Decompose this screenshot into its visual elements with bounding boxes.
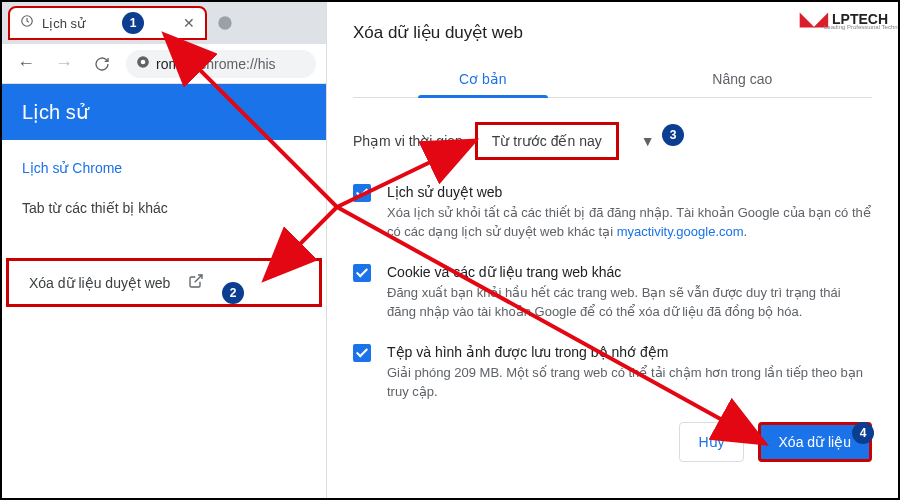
step-badge-3: 3 — [662, 124, 684, 146]
opt-history-title: Lịch sử duyệt web — [387, 182, 872, 202]
tab-strip: Lịch sử ✕ — [2, 2, 326, 44]
reload-button[interactable] — [88, 50, 116, 78]
new-tab-button[interactable] — [211, 9, 239, 37]
step-badge-2: 2 — [222, 282, 244, 304]
time-range-row: Phạm vi thời gian Từ trước đến nay ▼ — [353, 122, 872, 160]
chrome-icon — [136, 55, 150, 73]
close-tab-icon[interactable]: ✕ — [183, 15, 195, 31]
opt-cookies-title: Cookie và các dữ liệu trang web khác — [387, 262, 872, 282]
opt-cookies-desc: Đăng xuất bạn khỏi hầu hết các trang web… — [387, 285, 841, 319]
logo-subtitle: Leading Professional Technology — [824, 24, 900, 30]
dialog-tabs: Cơ bản Nâng cao — [353, 61, 872, 98]
dialog-title: Xóa dữ liệu duyệt web — [353, 22, 872, 43]
url-text: rome | chrome://his — [156, 56, 276, 72]
address-bar[interactable]: rome | chrome://his — [126, 50, 316, 78]
sidebar-item-clear-data[interactable]: Xóa dữ liệu duyệt web — [6, 258, 322, 307]
step-badge-1: 1 — [122, 12, 144, 34]
tab-basic[interactable]: Cơ bản — [353, 61, 613, 97]
back-button[interactable]: ← — [12, 50, 40, 78]
browser-tab-history[interactable]: Lịch sử ✕ — [8, 6, 207, 40]
checkbox-cache[interactable] — [353, 344, 371, 362]
open-external-icon — [188, 273, 204, 292]
page-title: Lịch sử — [2, 84, 326, 140]
chrome-window-left: Lịch sử ✕ ← → rome | chrome://his Lịch s… — [2, 2, 327, 498]
step-badge-4: 4 — [852, 422, 874, 444]
time-range-dropdown[interactable]: Từ trước đến nay — [475, 122, 619, 160]
tab-title: Lịch sử — [42, 16, 85, 31]
opt-cache-desc: Giải phóng 209 MB. Một số trang web có t… — [387, 365, 863, 399]
history-icon — [20, 14, 34, 32]
tab-advanced[interactable]: Nâng cao — [613, 61, 873, 97]
svg-point-3 — [141, 59, 146, 64]
sidebar-item-other-devices[interactable]: Tab từ các thiết bị khác — [2, 188, 326, 228]
checkbox-cookies[interactable] — [353, 264, 371, 282]
opt-history-desc: Xóa lịch sử khỏi tất cả các thiết bị đã … — [387, 205, 871, 239]
history-sidebar: Lịch sử Chrome Tab từ các thiết bị khác … — [2, 140, 326, 317]
lptech-logo: ◣◢ LPTECH Leading Professional Technolog… — [800, 8, 888, 30]
checkbox-history[interactable] — [353, 184, 371, 202]
chevron-down-icon[interactable]: ▼ — [641, 133, 655, 149]
dialog-actions: Hủy Xóa dữ liệu — [353, 422, 872, 462]
option-cookies: Cookie và các dữ liệu trang web khác Đăn… — [353, 262, 872, 322]
forward-button[interactable]: → — [50, 50, 78, 78]
opt-cache-title: Tệp và hình ảnh được lưu trong bộ nhớ đệ… — [387, 342, 872, 362]
option-cache: Tệp và hình ảnh được lưu trong bộ nhớ đệ… — [353, 342, 872, 402]
time-range-label: Phạm vi thời gian — [353, 133, 463, 149]
time-range-value: Từ trước đến nay — [492, 133, 602, 149]
option-browsing-history: Lịch sử duyệt web Xóa lịch sử khỏi tất c… — [353, 182, 872, 242]
cancel-button[interactable]: Hủy — [679, 422, 743, 462]
browser-toolbar: ← → rome | chrome://his — [2, 44, 326, 84]
myactivity-link[interactable]: myactivity.google.com — [617, 224, 744, 239]
clear-data-dialog: Xóa dữ liệu duyệt web Cơ bản Nâng cao Ph… — [327, 2, 898, 498]
svg-point-1 — [218, 16, 231, 29]
sidebar-item-chrome-history[interactable]: Lịch sử Chrome — [2, 148, 326, 188]
clear-data-label: Xóa dữ liệu duyệt web — [29, 275, 170, 291]
